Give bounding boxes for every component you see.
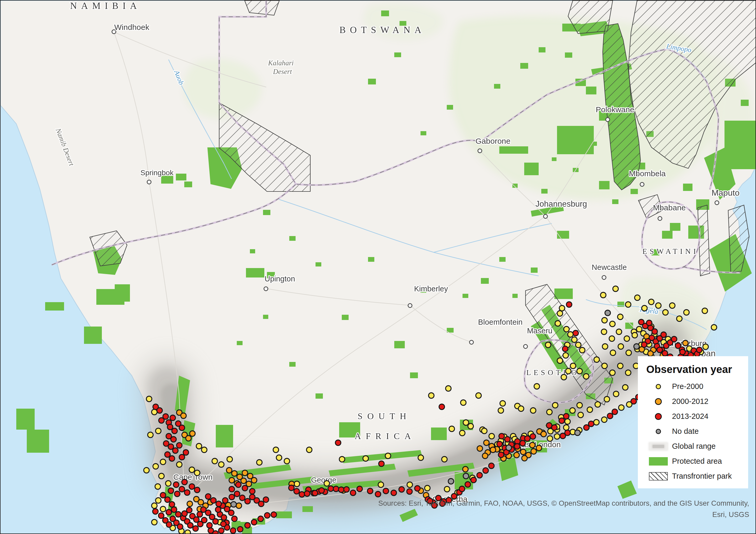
observation-point-pre2000: [195, 470, 200, 476]
2000-2012-point-icon: [655, 398, 662, 405]
observation-point-pre2000: [613, 286, 618, 292]
observation-point-2013-2024: [193, 526, 199, 531]
observation-point-2000-2012: [181, 413, 186, 419]
legend-item-global-range: Global range: [645, 442, 741, 451]
observation-point-2013-2024: [165, 452, 170, 457]
observation-point-2013-2024: [166, 510, 172, 515]
legend-item-2013-2024: 2013-2024: [645, 412, 741, 421]
observation-point-2013-2024: [170, 415, 176, 421]
observation-point-2013-2024: [265, 513, 270, 518]
observation-point-pre2000: [610, 350, 616, 356]
observation-point-2000-2012: [522, 456, 527, 461]
observation-point-2013-2024: [566, 302, 572, 307]
observation-point-2013-2024: [680, 349, 686, 355]
observation-point-2013-2024: [197, 512, 202, 517]
observation-point-pre2000: [565, 419, 570, 424]
observation-point-2013-2024: [530, 434, 536, 439]
observation-point-pre2000: [257, 460, 262, 465]
observation-point-pre2000: [489, 434, 495, 439]
observation-point-2013-2024: [697, 347, 702, 353]
observation-point-2013-2024: [547, 423, 552, 428]
observation-point-2013-2024: [252, 520, 257, 525]
observation-point-pre2000: [601, 329, 607, 335]
observation-point-pre2000: [610, 370, 615, 376]
city-label-kimberley: Kimberley: [414, 285, 448, 293]
observation-point-pre2000: [594, 420, 599, 425]
observation-point-2000-2012: [232, 471, 237, 476]
observation-point-2013-2024: [357, 486, 363, 492]
attribution-line2: Esri, USGS: [355, 509, 749, 521]
observation-point-2013-2024: [505, 437, 510, 442]
observation-point-2013-2024: [319, 488, 324, 493]
observation-point-pre2000: [594, 357, 600, 363]
observation-point-2013-2024: [219, 528, 224, 533]
observation-point-2013-2024: [157, 408, 162, 413]
observation-point-2013-2024: [187, 507, 192, 513]
city-marker-gaborone: [478, 149, 482, 153]
observation-point-no-date: [463, 473, 469, 479]
observation-point-2013-2024: [177, 443, 182, 448]
observation-point-2013-2024: [552, 425, 557, 430]
observation-point-2013-2024: [168, 488, 174, 494]
desert-label: Kalahari: [268, 59, 294, 67]
city-marker-maseru: [524, 344, 527, 348]
observation-point-2000-2012: [236, 503, 242, 509]
city-label-maputo: Maputo: [712, 188, 740, 197]
observation-point-2013-2024: [588, 421, 594, 427]
observation-point-pre2000: [618, 314, 623, 320]
observation-point-2000-2012: [186, 436, 191, 441]
observation-point-pre2000: [461, 400, 466, 405]
observation-point-pre2000: [554, 434, 560, 439]
observation-point-2013-2024: [194, 517, 199, 522]
observation-point-pre2000: [636, 326, 642, 332]
observation-point-pre2000: [559, 306, 565, 311]
global-range-swatch-icon: [649, 443, 668, 450]
observation-point-2013-2024: [612, 409, 618, 415]
map-canvas[interactable]: KalahariDesertNamib DesertAuobLimpopoTug…: [0, 0, 756, 534]
country-label-lesotho: LESOTHO: [526, 368, 579, 377]
observation-point-2013-2024: [168, 424, 173, 430]
observation-point-pre2000: [442, 457, 447, 462]
observation-point-2013-2024: [245, 498, 251, 504]
city-label-gaborone: Gaborone: [475, 137, 510, 145]
observation-point-2013-2024: [223, 498, 228, 503]
2013-2024-point-icon: [655, 413, 662, 420]
city-label-springbok: Springbok: [141, 169, 174, 177]
observation-point-2013-2024: [562, 346, 568, 352]
observation-point-2013-2024: [305, 491, 310, 496]
observation-point-pre2000: [307, 447, 312, 453]
observation-point-pre2000: [339, 457, 345, 462]
observation-point-pre2000: [642, 306, 647, 311]
observation-point-pre2000: [273, 447, 279, 453]
observation-point-pre2000: [156, 498, 161, 503]
observation-point-2013-2024: [207, 523, 212, 528]
observation-point-2013-2024: [168, 444, 174, 449]
observation-point-2013-2024: [229, 510, 234, 516]
observation-point-2013-2024: [179, 487, 185, 492]
observation-point-pre2000: [219, 462, 224, 468]
observation-point-2013-2024: [172, 507, 177, 513]
observation-point-pre2000: [159, 473, 164, 479]
observation-point-2000-2012: [648, 351, 653, 356]
observation-point-no-date: [575, 430, 580, 436]
observation-point-2013-2024: [169, 456, 175, 461]
observation-point-pre2000: [147, 396, 152, 402]
observation-point-2013-2024: [407, 489, 412, 495]
observation-point-pre2000: [564, 425, 569, 430]
no-date-point-icon: [656, 429, 661, 434]
city-label-maseru: Maseru: [527, 326, 553, 335]
observation-point-2013-2024: [221, 515, 227, 521]
observation-point-2013-2024: [525, 436, 530, 442]
observation-point-pre2000: [577, 369, 582, 374]
observation-point-2013-2024: [641, 342, 647, 347]
observation-point-2013-2024: [584, 425, 589, 430]
attribution-line1: Sources: Esri, TomTom, Garmin, FAO, NOAA…: [355, 498, 749, 509]
observation-point-2013-2024: [189, 484, 195, 489]
observation-point-pre2000: [619, 405, 624, 411]
observation-point-2013-2024: [173, 448, 178, 453]
legend-item-transfrontier-park: Transfrontier park: [645, 472, 741, 480]
observation-point-pre2000: [148, 432, 153, 438]
observation-point-pre2000: [460, 430, 465, 436]
observation-point-2013-2024: [213, 531, 218, 534]
observation-point-2013-2024: [179, 425, 185, 431]
